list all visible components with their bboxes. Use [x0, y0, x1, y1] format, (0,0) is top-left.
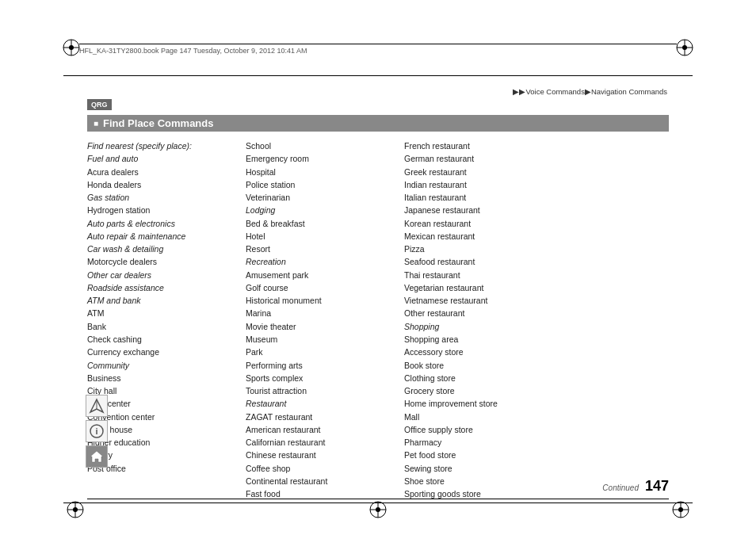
list-item: Community — [87, 359, 238, 372]
list-item: Higher education — [87, 436, 238, 449]
list-item: Fuel and auto — [87, 152, 238, 165]
list-item: Mall — [404, 411, 661, 423]
list-item: Sewing store — [404, 462, 661, 475]
list-item: Thai restaurant — [404, 269, 661, 281]
list-item: Museum — [246, 333, 396, 346]
list-item: Car wash & detailing — [87, 243, 238, 255]
list-item: Book store — [404, 359, 661, 372]
list-item: Pet food store — [404, 449, 661, 461]
section-title: Find Place Commands — [87, 115, 669, 132]
list-item: Hospital — [246, 166, 396, 178]
list-item: Tourist attraction — [246, 384, 396, 397]
corner-mark-br — [669, 498, 693, 523]
list-item: City hall — [87, 384, 238, 397]
list-item: Convention center — [87, 411, 238, 423]
svg-point-3 — [69, 45, 74, 50]
list-item: Bed & breakfast — [246, 217, 396, 230]
list-item: Recreation — [246, 255, 396, 268]
list-item: Vietnamese restaurant — [404, 294, 661, 307]
list-item: Lodging — [246, 204, 396, 216]
list-item: Hydrogen station — [87, 204, 238, 216]
list-item: Seafood restaurant — [404, 255, 661, 268]
file-info-text: HFL_KA-31TY2800.book Page 147 Tuesday, O… — [79, 47, 307, 55]
corner-mark-bc — [366, 498, 390, 523]
list-item: Greek restaurant — [404, 166, 661, 178]
list-item: Korean restaurant — [404, 217, 661, 230]
list-item: Pharmacy — [404, 436, 661, 449]
list-item: ATM — [87, 307, 238, 319]
list-item: Currency exchange — [87, 346, 238, 358]
list-item: Business — [87, 372, 238, 384]
column-3: French restaurantGerman restaurantGreek … — [404, 139, 669, 500]
list-item: Grocery store — [404, 384, 661, 397]
list-item: Check cashing — [87, 333, 238, 346]
list-item: Performing arts — [246, 359, 396, 372]
bottom-bar: Continued 147 — [87, 478, 669, 499]
list-item: Clothing store — [404, 372, 661, 384]
list-item: Civic center — [87, 397, 238, 410]
list-item: Mexican restaurant — [404, 230, 661, 243]
list-item: Accessory store — [404, 346, 661, 358]
list-item: Home improvement store — [404, 397, 661, 410]
list-item: Italian restaurant — [404, 191, 661, 204]
list-item: Amusement park — [246, 269, 396, 281]
file-info-bar: HFL_KA-31TY2800.book Page 147 Tuesday, O… — [79, 44, 677, 55]
list-item: School — [246, 139, 396, 152]
list-item: Police station — [246, 178, 396, 191]
page-number: 147 — [645, 478, 669, 495]
corner-mark-bl — [63, 498, 87, 523]
list-item: Emergency room — [246, 152, 396, 165]
list-item: Court house — [87, 423, 238, 436]
icon-area: i — [86, 395, 108, 468]
list-item: Acura dealers — [87, 166, 238, 178]
top-rule — [63, 75, 693, 76]
list-item: Restaurant — [246, 397, 396, 410]
list-item: Resort — [246, 243, 396, 255]
list-item: ZAGAT restaurant — [246, 411, 396, 423]
qrg-label: QRG — [87, 99, 112, 110]
breadcrumb: ▶▶Voice Commands▶Navigation Commands — [511, 87, 669, 96]
breadcrumb-text: ▶▶Voice Commands▶Navigation Commands — [513, 87, 667, 96]
list-item: Historical monument — [246, 294, 396, 307]
list-item: Find nearest (specify place): — [87, 139, 238, 152]
svg-point-20 — [376, 507, 380, 512]
navigation-icon[interactable] — [86, 395, 108, 417]
main-content: Find Place Commands Find nearest (specif… — [87, 115, 669, 487]
list-item: Pizza — [404, 243, 661, 255]
list-item: American restaurant — [246, 423, 396, 436]
home-icon[interactable] — [86, 445, 108, 468]
list-item: Other restaurant — [404, 307, 661, 319]
info-icon[interactable]: i — [86, 420, 108, 442]
list-item: Hotel — [246, 230, 396, 243]
svg-point-24 — [678, 507, 683, 512]
column-2: SchoolEmergency roomHospitalPolice stati… — [246, 139, 404, 500]
list-item: Californian restaurant — [246, 436, 396, 449]
list-item: Sports complex — [246, 372, 396, 384]
list-item: Movie theater — [246, 320, 396, 333]
list-item: Office supply store — [404, 423, 661, 436]
list-item: Chinese restaurant — [246, 449, 396, 461]
svg-text:i: i — [95, 426, 97, 436]
list-item: Post office — [87, 462, 238, 475]
list-item: Indian restaurant — [404, 178, 661, 191]
list-item: Bank — [87, 320, 238, 333]
list-item: Auto repair & maintenance — [87, 230, 238, 243]
list-item: Motorcycle dealers — [87, 255, 238, 268]
column-1: Find nearest (specify place):Fuel and au… — [87, 139, 246, 500]
list-item: Veterinarian — [246, 191, 396, 204]
list-item: Shopping — [404, 320, 661, 333]
list-item: Marina — [246, 307, 396, 319]
list-item: Shopping area — [404, 333, 661, 346]
list-item: Roadside assistance — [87, 281, 238, 294]
continued-text: Continued — [602, 483, 639, 492]
bottom-marks — [0, 498, 756, 523]
list-item: Park — [246, 346, 396, 358]
list-item: Coffee shop — [246, 462, 396, 475]
list-item: Honda dealers — [87, 178, 238, 191]
svg-point-7 — [682, 45, 687, 50]
list-item: Golf course — [246, 281, 396, 294]
list-item: Other car dealers — [87, 269, 238, 281]
list-item: Japanese restaurant — [404, 204, 661, 216]
svg-point-16 — [73, 507, 78, 512]
list-item: ATM and bank — [87, 294, 238, 307]
